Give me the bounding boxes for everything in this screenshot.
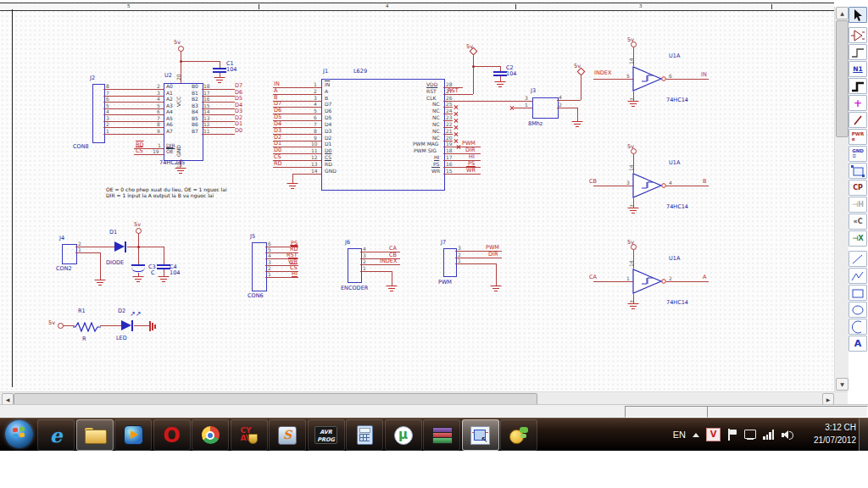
- part-ref[interactable]: ENCODER: [341, 286, 368, 291]
- wire[interactable]: [581, 75, 581, 100]
- horizontal-scroll-thumb[interactable]: [14, 393, 537, 405]
- component-box[interactable]: [348, 248, 362, 283]
- wire[interactable]: [100, 325, 121, 326]
- wire[interactable]: [138, 233, 139, 247]
- wire[interactable]: [360, 264, 400, 265]
- part-ref[interactable]: CON6: [248, 293, 264, 299]
- wire[interactable]: [455, 258, 502, 258]
- schematic-canvas[interactable]: ↗↗J2CON8U274HC245C1104J1L629C2104J38MhzJ…: [0, 0, 834, 391]
- net-label[interactable]: D0: [235, 128, 242, 134]
- component-box[interactable]: [532, 97, 559, 119]
- wire[interactable]: [265, 277, 298, 278]
- ground-symbol[interactable]: [627, 101, 639, 108]
- power-terminal[interactable]: [178, 46, 184, 52]
- part-ref[interactable]: 104: [226, 67, 236, 73]
- scroll-down-button[interactable]: ▼: [836, 378, 849, 391]
- part-ref[interactable]: 8Mhz: [528, 121, 542, 127]
- wire[interactable]: [557, 108, 577, 108]
- ground-symbol[interactable]: [627, 208, 639, 215]
- part-ref[interactable]: J5: [250, 234, 255, 240]
- place-pin-button[interactable]: ⊣H: [849, 197, 867, 213]
- winrar-taskbar-button[interactable]: [423, 419, 460, 451]
- scroll-left-button[interactable]: ◀: [2, 393, 14, 405]
- messenger-taskbar-button[interactable]: [500, 419, 537, 451]
- action-center-icon[interactable]: [727, 429, 737, 441]
- show-hidden-icons-button[interactable]: [693, 433, 699, 437]
- wire[interactable]: [75, 252, 100, 253]
- wire[interactable]: [666, 186, 709, 186]
- ground-symbol[interactable]: [494, 81, 506, 89]
- volume-icon[interactable]: [782, 430, 793, 440]
- net-label[interactable]: CA: [589, 274, 597, 280]
- wire[interactable]: [103, 96, 164, 97]
- part-ref[interactable]: J6: [345, 240, 350, 246]
- wire[interactable]: [443, 174, 481, 175]
- place-net-alias-button[interactable]: N1: [849, 61, 867, 77]
- wire[interactable]: [103, 89, 164, 90]
- note-text[interactable]: OE = 0 cho phep xuat du lieu, OE = 1 ngu…: [106, 186, 227, 192]
- network-icon[interactable]: [744, 430, 756, 441]
- ground-symbol[interactable]: [94, 280, 106, 287]
- wire[interactable]: [202, 134, 235, 135]
- calculator-taskbar-button[interactable]: [346, 419, 383, 451]
- wire[interactable]: [220, 61, 220, 68]
- place-part-button[interactable]: [849, 27, 867, 43]
- place-text-button[interactable]: A: [849, 336, 867, 352]
- media-player-taskbar-button[interactable]: [114, 419, 152, 451]
- net-label[interactable]: D5: [274, 114, 281, 120]
- net-label[interactable]: CA: [389, 246, 397, 252]
- unikey-tray-icon[interactable]: V: [706, 428, 721, 441]
- part-ref[interactable]: R1: [78, 308, 86, 314]
- net-label[interactable]: PS: [468, 161, 475, 167]
- wire[interactable]: [557, 100, 581, 101]
- net-label[interactable]: D6: [274, 108, 281, 114]
- wire[interactable]: [103, 102, 164, 103]
- power-terminal[interactable]: [136, 228, 142, 234]
- net-label[interactable]: D0: [274, 147, 281, 153]
- wire[interactable]: [164, 247, 164, 264]
- ground-symbol[interactable]: [490, 286, 502, 293]
- scroll-up-button[interactable]: ▲: [836, 7, 849, 19]
- net-label[interactable]: D7: [235, 83, 242, 89]
- place-junction-button[interactable]: +: [849, 95, 867, 111]
- net-label[interactable]: HI: [469, 154, 475, 160]
- wire[interactable]: [666, 79, 709, 80]
- diode[interactable]: [114, 241, 128, 253]
- place-hierarchical-block-button[interactable]: [849, 163, 867, 179]
- net-label[interactable]: PWM: [462, 141, 476, 147]
- wire[interactable]: [577, 108, 578, 121]
- note-text[interactable]: DIR = 1 input la A output la B va nguoc …: [106, 192, 214, 198]
- inverter-gate[interactable]: [631, 170, 668, 204]
- part-ref[interactable]: L629: [353, 69, 367, 75]
- part-ref[interactable]: CON2: [56, 266, 72, 272]
- chrome-taskbar-button[interactable]: [192, 419, 229, 451]
- wire[interactable]: [292, 174, 293, 183]
- net-label[interactable]: CS: [274, 154, 281, 160]
- place-bus-entry-button[interactable]: [849, 112, 867, 128]
- part-ref[interactable]: U1A: [669, 256, 680, 262]
- place-arc-button[interactable]: [849, 319, 867, 335]
- wire[interactable]: [103, 134, 164, 135]
- wire[interactable]: [593, 281, 633, 282]
- show-desktop-button[interactable]: [859, 419, 868, 451]
- net-label[interactable]: DIR: [465, 147, 475, 153]
- place-ellipse-button[interactable]: [849, 302, 867, 318]
- net-label[interactable]: D7: [274, 101, 281, 107]
- place-wire-button[interactable]: [849, 44, 867, 60]
- inverter-gate[interactable]: [631, 64, 668, 97]
- place-no-connect-button[interactable]: ⊣X: [849, 230, 867, 247]
- resistor[interactable]: [73, 320, 101, 336]
- part-ref[interactable]: U1A: [669, 53, 680, 59]
- wire[interactable]: [103, 108, 164, 109]
- wire[interactable]: [443, 101, 532, 102]
- wire[interactable]: [103, 114, 164, 115]
- wire[interactable]: [164, 269, 164, 276]
- component-box[interactable]: [443, 248, 457, 277]
- net-label[interactable]: B: [703, 179, 706, 185]
- wire[interactable]: [593, 79, 633, 80]
- wire[interactable]: [392, 271, 392, 286]
- ground-symbol[interactable]: [175, 168, 186, 175]
- avr-prog-taskbar-button[interactable]: AVRPROG: [308, 419, 345, 451]
- language-indicator[interactable]: EN: [673, 430, 686, 440]
- net-label[interactable]: INDEX: [594, 70, 611, 76]
